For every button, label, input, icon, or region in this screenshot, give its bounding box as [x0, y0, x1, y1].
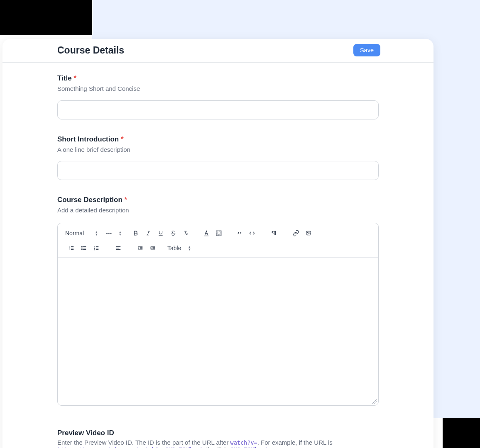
text-direction-button[interactable]	[267, 227, 282, 239]
link-button[interactable]	[290, 227, 302, 239]
svg-point-21	[81, 248, 82, 248]
heading-select-label: Normal	[65, 230, 84, 236]
unordered-list-button[interactable]	[78, 242, 90, 254]
italic-button[interactable]	[142, 227, 154, 239]
course-desc-editor[interactable]	[58, 258, 378, 405]
title-label-text: Title	[57, 74, 72, 82]
toolbar-row-2: 123 Table	[61, 241, 375, 256]
helper-text-3: , the ID is	[203, 446, 231, 448]
course-desc-label-text: Course Description	[57, 196, 122, 204]
chevron-updown-icon: ▴▾	[189, 246, 191, 251]
preview-video-label: Preview Video ID	[57, 429, 379, 437]
outdent-button[interactable]	[134, 242, 147, 254]
size-select-label: ---	[106, 230, 112, 236]
course-desc-field-group: Course Description * Add a detailed desc…	[57, 196, 379, 406]
helper-text-1: Enter the Preview Video ID. The ID is th…	[57, 439, 230, 446]
table-select[interactable]: Table ▴▾	[167, 245, 191, 251]
short-intro-field-group: Short Introduction * A one line brief de…	[57, 135, 379, 180]
strikethrough-button[interactable]	[167, 227, 179, 239]
preview-video-helper: Enter the Preview Video ID. The ID is th…	[57, 439, 379, 448]
title-input[interactable]	[57, 100, 379, 119]
title-field-group: Title * Something Short and Concise	[57, 74, 379, 119]
image-button[interactable]	[302, 227, 315, 239]
short-intro-required-marker: *	[121, 135, 124, 143]
ordered-list-button[interactable]: 123	[65, 242, 78, 254]
heading-select[interactable]: Normal ▴▾	[65, 230, 98, 236]
corner-fragment	[443, 418, 480, 448]
chevron-updown-icon: ▴▾	[96, 231, 98, 236]
preview-video-label-text: Preview Video ID	[57, 429, 114, 437]
size-select[interactable]: --- ▴▾	[106, 230, 121, 236]
clear-format-button[interactable]	[179, 227, 192, 239]
bold-button[interactable]	[130, 227, 142, 239]
title-helper: Something Short and Concise	[57, 84, 379, 94]
page-title: Course Details	[57, 45, 124, 56]
preview-video-field-group: Preview Video ID Enter the Preview Video…	[57, 429, 379, 448]
svg-point-10	[308, 232, 309, 233]
table-select-label: Table	[167, 245, 181, 251]
course-details-card: Course Details Save Title * Something Sh…	[2, 39, 433, 448]
short-intro-label-text: Short Introduction	[57, 135, 119, 143]
svg-line-2	[147, 231, 149, 235]
sidebar-fragment	[0, 0, 92, 35]
card-body: Title * Something Short and Concise Shor…	[2, 63, 433, 448]
blockquote-button[interactable]	[233, 227, 246, 239]
course-desc-helper: Add a detailed description	[57, 206, 379, 215]
short-intro-label: Short Introduction *	[57, 135, 379, 144]
toolbar-row-1: Normal ▴▾ --- ▴▾	[61, 226, 375, 241]
background-color-button[interactable]	[213, 227, 225, 239]
code-block-button[interactable]	[246, 227, 258, 239]
course-desc-required-marker: *	[125, 196, 127, 204]
svg-point-20	[81, 246, 82, 247]
card-header: Course Details Save	[2, 39, 433, 63]
helper-code-2: https://www.youtube.com/watch?v=QH2-TGUl…	[57, 446, 203, 448]
helper-code-1: watch?v=	[230, 439, 257, 446]
title-label: Title *	[57, 74, 379, 83]
short-intro-helper: A one line brief description	[57, 145, 379, 155]
indent-button[interactable]	[147, 242, 159, 254]
title-required-marker: *	[73, 74, 76, 82]
helper-text-2: . For example, if the URL is	[257, 439, 333, 446]
helper-code-3: QH2-TGUlwu4	[230, 446, 267, 448]
svg-point-22	[81, 249, 82, 250]
checklist-button[interactable]	[90, 242, 103, 254]
align-button[interactable]	[111, 242, 126, 254]
text-color-button[interactable]	[200, 227, 213, 239]
course-desc-label: Course Description *	[57, 196, 379, 204]
save-button[interactable]: Save	[353, 44, 380, 56]
rich-text-editor: Normal ▴▾ --- ▴▾	[57, 223, 379, 406]
short-intro-input[interactable]	[57, 161, 379, 180]
underline-button[interactable]	[154, 227, 167, 239]
editor-toolbar: Normal ▴▾ --- ▴▾	[58, 223, 378, 258]
svg-text:3: 3	[69, 248, 71, 250]
chevron-updown-icon: ▴▾	[119, 231, 121, 236]
